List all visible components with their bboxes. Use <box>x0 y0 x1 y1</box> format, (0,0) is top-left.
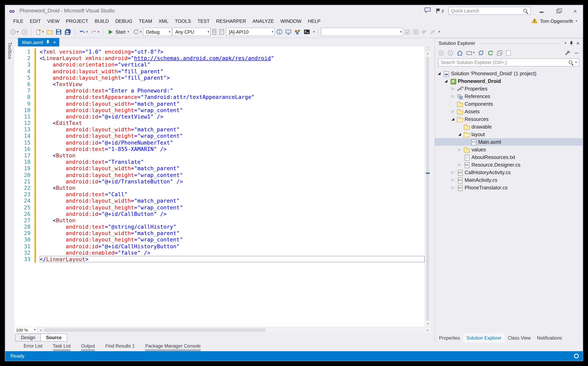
theme-colors-button[interactable] <box>293 27 302 37</box>
tree-item-callhistoryactivity-cs[interactable]: ▷CallHistoryActivity.cs <box>435 168 582 176</box>
collapsed-expander-icon[interactable]: ▷ <box>451 94 455 98</box>
code-line-30[interactable]: android:layout_height="wrap_content" <box>40 236 425 243</box>
extra-tool-button-3[interactable] <box>420 27 428 37</box>
tree-item-aboutresources-txt[interactable]: AboutResources.txt <box>435 153 582 161</box>
zoom-select[interactable]: 100 % ▾ <box>15 327 38 333</box>
collapsed-expander-icon[interactable]: ▷ <box>458 148 462 151</box>
collapsed-expander-icon[interactable]: ▷ <box>451 87 455 91</box>
platform-select[interactable]: Any CPU▾ <box>172 28 211 36</box>
save-button[interactable] <box>54 27 63 37</box>
code-line-20[interactable]: android:layout_height="wrap_content" <box>40 172 425 178</box>
tab-package-manager-console[interactable]: Package Manager Console <box>145 343 201 351</box>
code-line-16[interactable]: android:text="1-855-XAMARIN" /> <box>40 146 425 152</box>
status-circle-icon[interactable] <box>574 354 579 358</box>
code-line-11[interactable]: android:id="@+id/textView1" /> <box>40 113 425 120</box>
extra-tool-button-2[interactable] <box>412 27 420 37</box>
extra-tool-button-1[interactable] <box>404 27 412 37</box>
menu-file[interactable]: FILE <box>10 17 27 25</box>
expanded-expander-icon[interactable]: ◢ <box>437 72 441 75</box>
restore-button[interactable] <box>552 6 564 16</box>
code-line-10[interactable]: android:layout_height="wrap_content" <box>40 107 425 113</box>
notifications-flag-icon[interactable]: 2 <box>436 8 444 14</box>
tab-output[interactable]: Output <box>81 343 95 351</box>
undo-button[interactable]: ▾ <box>78 27 89 37</box>
se-sync-button[interactable] <box>478 50 484 56</box>
tab-solution-explorer[interactable]: Solution Explorer <box>463 333 505 342</box>
tab-source[interactable]: Source <box>40 334 67 342</box>
code-line-4[interactable]: android:layout_width="fill_parent" <box>40 68 425 74</box>
menu-test[interactable]: TEST <box>194 17 213 25</box>
info-button[interactable] <box>275 27 284 37</box>
scroll-left-icon[interactable]: ◂ <box>38 328 43 332</box>
code-editor[interactable]: 1234567891011121314151617181920212223242… <box>15 46 431 327</box>
se-properties-button[interactable] <box>565 50 571 56</box>
code-line-1[interactable]: <?xml version="1.0" encoding="utf-8"?> <box>40 48 425 55</box>
collapsed-expander-icon[interactable]: ▷ <box>451 171 455 174</box>
menu-xml[interactable]: XML <box>155 17 172 25</box>
tree-item-properties[interactable]: ▷Properties <box>435 85 582 92</box>
tab-properties[interactable]: Properties <box>436 333 463 342</box>
code-line-29[interactable]: android:layout_width="match_parent" <box>40 230 425 236</box>
code-line-15[interactable]: android:id="@+id/PhoneNumberText" <box>40 139 425 145</box>
splitter-grip[interactable] <box>425 47 430 50</box>
code-line-28[interactable]: android:text="@string/callHistory" <box>40 223 425 230</box>
code-line-24[interactable]: android:layout_width="match_parent" <box>40 198 425 204</box>
tab-main-axml[interactable]: Main.axml × <box>18 38 59 46</box>
solution-explorer-header[interactable]: Solution Explorer ▾ × <box>435 38 582 48</box>
device-icon[interactable] <box>211 27 218 37</box>
menu-help[interactable]: HELP <box>305 17 324 25</box>
pin-icon[interactable] <box>46 39 50 45</box>
menu-edit[interactable]: EDIT <box>27 17 44 25</box>
code-line-23[interactable]: android:text="Call" <box>40 191 425 198</box>
menu-resharper[interactable]: RESHARPER <box>213 17 249 25</box>
expanded-expander-icon[interactable]: ◢ <box>458 133 462 136</box>
tab-error-list[interactable]: Error List <box>24 343 42 348</box>
menu-analyze[interactable]: ANALYZE <box>249 17 277 25</box>
code-line-2[interactable]: <LinearLayout xmlns:android="http://sche… <box>40 55 425 61</box>
code-line-6[interactable]: <TextView <box>40 81 425 87</box>
tab-notifications[interactable]: Notifications <box>534 333 565 342</box>
menu-team[interactable]: TEAM <box>136 17 155 25</box>
tree-item-solution-phoneword-droid-1-project[interactable]: ◢Solution 'Phoneword_Droid' (1 project) <box>435 70 582 77</box>
code-line-21[interactable]: android:id="@+id/TranslateButton" /> <box>40 178 425 185</box>
code-area[interactable]: <?xml version="1.0" encoding="utf-8"?><L… <box>36 46 425 327</box>
configuration-select[interactable]: Debug▾ <box>143 28 172 36</box>
save-all-button[interactable] <box>63 27 72 37</box>
se-scope-button[interactable]: ▾ <box>466 50 475 55</box>
tab-design[interactable]: Design <box>15 334 41 342</box>
code-line-8[interactable]: android:textAppearance="?android:attr/te… <box>40 94 425 100</box>
close-button[interactable]: × <box>569 6 581 16</box>
tree-item-phonetranslator-cs[interactable]: ▷PhoneTranslator.cs <box>435 184 582 191</box>
scroll-up-icon[interactable]: ▴ <box>425 52 431 56</box>
toolbar-overflow-button-2[interactable]: ▾ <box>437 27 441 37</box>
se-back-button[interactable] <box>438 50 444 56</box>
new-item-button[interactable]: ▾ <box>34 27 45 37</box>
scrollbar-thumb[interactable] <box>426 57 429 321</box>
collapsed-expander-icon[interactable]: ▷ <box>451 186 455 189</box>
menu-tools[interactable]: TOOLS <box>172 17 194 25</box>
code-line-25[interactable]: android:layout_height="wrap_content" <box>40 204 425 210</box>
se-refresh-button[interactable] <box>488 50 494 56</box>
vertical-scrollbar[interactable]: ▴ ▾ <box>425 46 431 327</box>
code-line-13[interactable]: android:layout_width="match_parent" <box>40 126 425 133</box>
start-debug-button[interactable]: Start ▾ <box>106 27 132 37</box>
menu-project[interactable]: PROJECT <box>63 17 92 25</box>
tree-item-resources[interactable]: ◢Resources <box>435 115 582 123</box>
tab-find-results-1[interactable]: Find Results 1 <box>105 343 135 348</box>
expanded-expander-icon[interactable]: ◢ <box>444 79 448 83</box>
se-preview-button[interactable] <box>574 50 579 55</box>
code-line-31[interactable]: android:id="@+id/CallHistoryButton" <box>40 243 425 249</box>
tree-item-assets[interactable]: ▷Assets <box>435 108 582 115</box>
collapsed-expander-icon[interactable]: ▷ <box>451 178 455 182</box>
code-line-14[interactable]: android:layout_height="wrap_content" <box>40 133 425 139</box>
extra-tool-button-4[interactable] <box>429 27 437 37</box>
console-button[interactable] <box>303 27 311 37</box>
navigate-back-button[interactable]: ▾ <box>8 27 20 37</box>
tree-item-main-axml[interactable]: Main.axml <box>435 138 582 146</box>
code-line-33[interactable]: </LinearLayout> <box>40 256 425 262</box>
chevron-down-icon[interactable]: ▾ <box>575 61 577 64</box>
feedback-icon[interactable] <box>424 7 431 15</box>
hscrollbar-thumb[interactable] <box>44 328 265 332</box>
panel-splitter[interactable] <box>431 38 435 342</box>
resharper-search-select[interactable]: ▾ <box>321 28 403 36</box>
